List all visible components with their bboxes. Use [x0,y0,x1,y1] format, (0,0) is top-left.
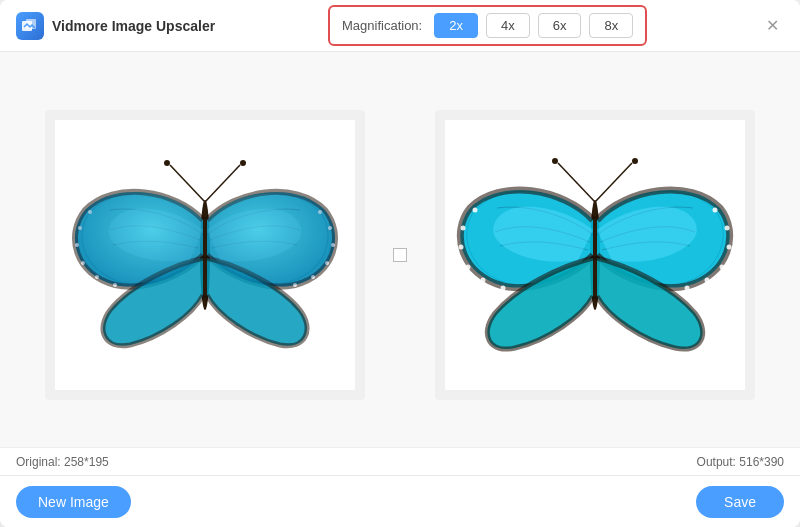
svg-point-29 [466,264,471,269]
titlebar: Vidmore Image Upscaler Magnification: 2x… [0,0,800,52]
svg-point-24 [552,158,558,164]
save-button[interactable]: Save [696,486,784,518]
center-divider [385,248,415,262]
status-bar: Original: 258*195 Output: 516*390 [0,447,800,475]
svg-point-27 [461,225,466,230]
svg-point-7 [240,160,246,166]
output-image-panel [415,110,775,400]
output-size-label: Output: 516*390 [697,455,784,469]
svg-point-25 [632,158,638,164]
app-window: Vidmore Image Upscaler Magnification: 2x… [0,0,800,527]
titlebar-left: Vidmore Image Upscaler [16,12,215,40]
svg-point-32 [713,207,718,212]
original-image-panel [25,110,385,400]
svg-point-34 [727,244,732,249]
bottom-bar: New Image Save [0,475,800,527]
svg-point-26 [473,207,478,212]
app-title: Vidmore Image Upscaler [52,18,215,34]
original-size-label: Original: 258*195 [16,455,109,469]
mag-btn-4x[interactable]: 4x [486,13,530,38]
svg-point-6 [164,160,170,166]
svg-point-31 [501,285,506,290]
original-image [45,110,365,400]
mag-btn-6x[interactable]: 6x [538,13,582,38]
svg-point-35 [720,264,725,269]
mag-btn-2x[interactable]: 2x [434,13,478,38]
magnification-controls: Magnification: 2x 4x 6x 8x [328,5,647,46]
app-icon [16,12,44,40]
svg-point-33 [725,225,730,230]
new-image-button[interactable]: New Image [16,486,131,518]
close-button[interactable]: ✕ [760,14,784,38]
images-row [0,52,800,447]
output-image [435,110,755,400]
svg-point-36 [705,277,710,282]
main-content: Original: 258*195 Output: 516*390 [0,52,800,475]
mag-btn-8x[interactable]: 8x [589,13,633,38]
svg-point-28 [459,244,464,249]
magnification-label: Magnification: [342,18,422,33]
svg-point-30 [481,277,486,282]
divider-square [393,248,407,262]
svg-point-37 [685,285,690,290]
